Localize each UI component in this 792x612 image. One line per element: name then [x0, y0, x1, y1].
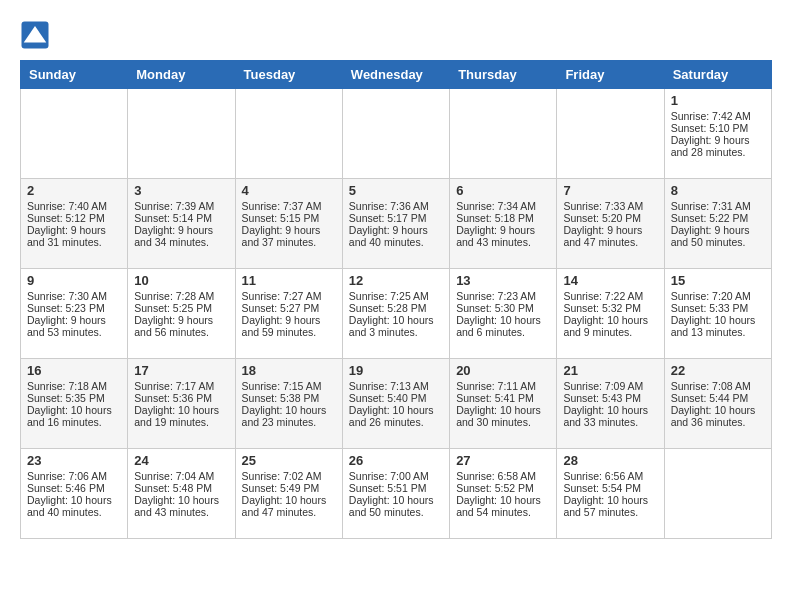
day-info: Sunset: 5:35 PM	[27, 392, 121, 404]
day-header-sunday: Sunday	[21, 61, 128, 89]
day-info: Daylight: 10 hours and 40 minutes.	[27, 494, 121, 518]
day-info: Daylight: 9 hours and 50 minutes.	[671, 224, 765, 248]
calendar-cell: 11Sunrise: 7:27 AMSunset: 5:27 PMDayligh…	[235, 269, 342, 359]
day-info: Sunrise: 7:33 AM	[563, 200, 657, 212]
calendar-cell: 12Sunrise: 7:25 AMSunset: 5:28 PMDayligh…	[342, 269, 449, 359]
day-number: 21	[563, 363, 657, 378]
calendar-cell: 5Sunrise: 7:36 AMSunset: 5:17 PMDaylight…	[342, 179, 449, 269]
calendar-cell: 8Sunrise: 7:31 AMSunset: 5:22 PMDaylight…	[664, 179, 771, 269]
day-info: Daylight: 9 hours and 53 minutes.	[27, 314, 121, 338]
day-header-thursday: Thursday	[450, 61, 557, 89]
day-header-saturday: Saturday	[664, 61, 771, 89]
day-info: Sunset: 5:40 PM	[349, 392, 443, 404]
calendar-cell: 1Sunrise: 7:42 AMSunset: 5:10 PMDaylight…	[664, 89, 771, 179]
day-header-wednesday: Wednesday	[342, 61, 449, 89]
day-info: Sunset: 5:18 PM	[456, 212, 550, 224]
calendar-cell	[235, 89, 342, 179]
day-info: Daylight: 10 hours and 13 minutes.	[671, 314, 765, 338]
day-info: Sunrise: 7:13 AM	[349, 380, 443, 392]
calendar-cell: 19Sunrise: 7:13 AMSunset: 5:40 PMDayligh…	[342, 359, 449, 449]
day-number: 18	[242, 363, 336, 378]
day-info: Daylight: 10 hours and 50 minutes.	[349, 494, 443, 518]
day-info: Sunrise: 7:23 AM	[456, 290, 550, 302]
day-info: Daylight: 10 hours and 16 minutes.	[27, 404, 121, 428]
day-info: Sunset: 5:20 PM	[563, 212, 657, 224]
day-info: Daylight: 10 hours and 33 minutes.	[563, 404, 657, 428]
day-info: Sunset: 5:54 PM	[563, 482, 657, 494]
page-header	[20, 20, 772, 50]
day-header-tuesday: Tuesday	[235, 61, 342, 89]
day-info: Sunrise: 7:37 AM	[242, 200, 336, 212]
day-number: 2	[27, 183, 121, 198]
day-info: Sunset: 5:14 PM	[134, 212, 228, 224]
day-info: Sunrise: 7:31 AM	[671, 200, 765, 212]
day-number: 5	[349, 183, 443, 198]
day-info: Sunset: 5:52 PM	[456, 482, 550, 494]
day-info: Sunset: 5:28 PM	[349, 302, 443, 314]
day-info: Sunset: 5:30 PM	[456, 302, 550, 314]
calendar-cell: 26Sunrise: 7:00 AMSunset: 5:51 PMDayligh…	[342, 449, 449, 539]
calendar-cell	[21, 89, 128, 179]
calendar-cell	[557, 89, 664, 179]
day-info: Daylight: 9 hours and 28 minutes.	[671, 134, 765, 158]
day-info: Sunrise: 7:17 AM	[134, 380, 228, 392]
day-info: Daylight: 10 hours and 26 minutes.	[349, 404, 443, 428]
day-number: 1	[671, 93, 765, 108]
calendar-cell	[342, 89, 449, 179]
day-info: Sunrise: 7:39 AM	[134, 200, 228, 212]
day-info: Sunrise: 7:27 AM	[242, 290, 336, 302]
day-number: 27	[456, 453, 550, 468]
day-info: Sunrise: 7:28 AM	[134, 290, 228, 302]
day-info: Daylight: 9 hours and 34 minutes.	[134, 224, 228, 248]
day-info: Sunset: 5:41 PM	[456, 392, 550, 404]
day-info: Daylight: 9 hours and 43 minutes.	[456, 224, 550, 248]
day-info: Sunset: 5:36 PM	[134, 392, 228, 404]
day-number: 13	[456, 273, 550, 288]
day-info: Sunrise: 7:04 AM	[134, 470, 228, 482]
calendar-cell	[128, 89, 235, 179]
calendar-cell: 3Sunrise: 7:39 AMSunset: 5:14 PMDaylight…	[128, 179, 235, 269]
calendar-week-row: 1Sunrise: 7:42 AMSunset: 5:10 PMDaylight…	[21, 89, 772, 179]
calendar-cell: 13Sunrise: 7:23 AMSunset: 5:30 PMDayligh…	[450, 269, 557, 359]
day-number: 15	[671, 273, 765, 288]
day-info: Sunset: 5:22 PM	[671, 212, 765, 224]
day-number: 7	[563, 183, 657, 198]
day-info: Sunrise: 7:18 AM	[27, 380, 121, 392]
day-info: Sunset: 5:10 PM	[671, 122, 765, 134]
day-info: Daylight: 10 hours and 6 minutes.	[456, 314, 550, 338]
day-info: Daylight: 10 hours and 43 minutes.	[134, 494, 228, 518]
day-number: 4	[242, 183, 336, 198]
day-info: Sunset: 5:49 PM	[242, 482, 336, 494]
day-info: Sunrise: 7:06 AM	[27, 470, 121, 482]
day-number: 11	[242, 273, 336, 288]
logo	[20, 20, 54, 50]
calendar-cell: 20Sunrise: 7:11 AMSunset: 5:41 PMDayligh…	[450, 359, 557, 449]
calendar-cell: 4Sunrise: 7:37 AMSunset: 5:15 PMDaylight…	[235, 179, 342, 269]
day-info: Sunrise: 7:02 AM	[242, 470, 336, 482]
calendar-cell: 23Sunrise: 7:06 AMSunset: 5:46 PMDayligh…	[21, 449, 128, 539]
calendar-cell: 15Sunrise: 7:20 AMSunset: 5:33 PMDayligh…	[664, 269, 771, 359]
day-info: Sunset: 5:27 PM	[242, 302, 336, 314]
day-info: Sunrise: 7:30 AM	[27, 290, 121, 302]
day-info: Sunset: 5:48 PM	[134, 482, 228, 494]
day-number: 19	[349, 363, 443, 378]
day-info: Daylight: 9 hours and 47 minutes.	[563, 224, 657, 248]
day-number: 14	[563, 273, 657, 288]
calendar-cell: 7Sunrise: 7:33 AMSunset: 5:20 PMDaylight…	[557, 179, 664, 269]
logo-icon	[20, 20, 50, 50]
calendar-cell: 10Sunrise: 7:28 AMSunset: 5:25 PMDayligh…	[128, 269, 235, 359]
day-info: Daylight: 10 hours and 36 minutes.	[671, 404, 765, 428]
day-info: Daylight: 9 hours and 37 minutes.	[242, 224, 336, 248]
calendar-cell: 6Sunrise: 7:34 AMSunset: 5:18 PMDaylight…	[450, 179, 557, 269]
day-info: Sunset: 5:46 PM	[27, 482, 121, 494]
calendar-cell: 2Sunrise: 7:40 AMSunset: 5:12 PMDaylight…	[21, 179, 128, 269]
day-info: Sunset: 5:32 PM	[563, 302, 657, 314]
day-info: Sunset: 5:25 PM	[134, 302, 228, 314]
day-info: Sunrise: 7:25 AM	[349, 290, 443, 302]
day-number: 22	[671, 363, 765, 378]
calendar-cell: 27Sunrise: 6:58 AMSunset: 5:52 PMDayligh…	[450, 449, 557, 539]
day-info: Daylight: 10 hours and 19 minutes.	[134, 404, 228, 428]
calendar-week-row: 9Sunrise: 7:30 AMSunset: 5:23 PMDaylight…	[21, 269, 772, 359]
day-number: 8	[671, 183, 765, 198]
day-header-friday: Friday	[557, 61, 664, 89]
